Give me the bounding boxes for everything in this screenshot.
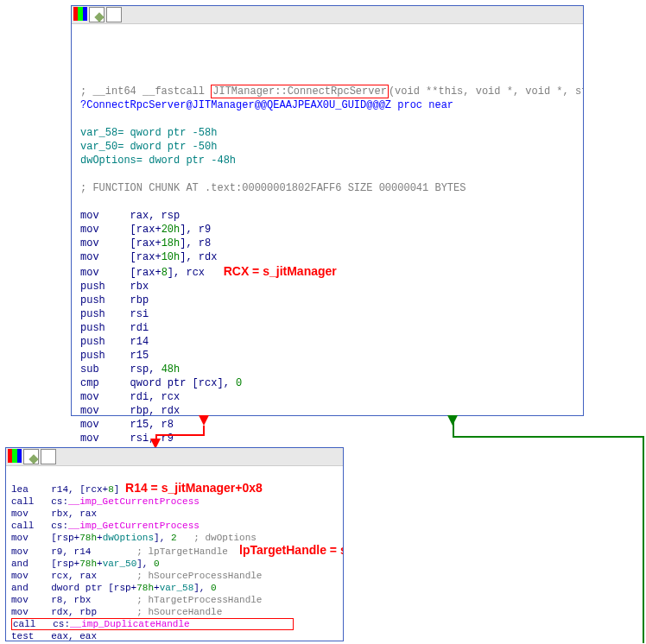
node-content: lea r14, [rcx+8] R14 = s_jitManager+0x8 … [6, 466, 343, 644]
tool-icon[interactable] [41, 449, 56, 464]
local-var: dwOptions= dword ptr -48h [80, 155, 236, 167]
asm-line: mov [rsp+78h+dwOptions], 2 ; dwOptions [11, 533, 256, 543]
edge-false [155, 434, 205, 436]
asm-line: mov [rax+8], rcx [80, 267, 205, 279]
asm-line: push rbp [80, 294, 149, 306]
node-header [6, 448, 343, 466]
asm-line: mov r9, r14 ; lpTargetHandle [11, 546, 228, 557]
asm-line: test eax, eax [11, 631, 97, 641]
annotation-target: lpTargetHandle = s_jitManager+0x8 [239, 543, 343, 557]
asm-line: mov [rax+18h], r8 [80, 237, 211, 249]
asm-line: mov rax, rsp [80, 210, 180, 222]
edit-icon[interactable] [23, 449, 39, 464]
annotation-r14: R14 = s_jitManager+0x8 [125, 481, 263, 495]
asm-line: push rbx [80, 281, 149, 293]
asm-line: push r15 [80, 350, 149, 362]
node-content: ; __int64 __fastcall JITManager::Connect… [72, 24, 583, 464]
asm-line: mov rbp, rdx [80, 405, 180, 417]
asm-line: push r14 [80, 336, 149, 348]
asm-line: mov r15, r8 [80, 419, 174, 431]
func-chunk: ; FUNCTION CHUNK AT .text:00000001802FAF… [80, 182, 466, 194]
edge-true-arrow [447, 415, 458, 429]
asm-line: mov [rax+20h], r9 [80, 224, 211, 236]
asm-line: mov rcx, rax ; hSourceProcessHandle [11, 571, 262, 581]
asm-line-boxed: call cs:__imp_DuplicateHandle [11, 618, 294, 630]
asm-line: mov rdx, rbp ; hSourceHandle [11, 607, 222, 617]
local-var: var_58= qword ptr -58h [80, 127, 217, 139]
asm-line: call cs:__imp_GetCurrentProcess [11, 521, 200, 531]
asm-line: and [rsp+78h+var_50], 0 [11, 559, 160, 569]
asm-line: cmp qword ptr [rcx], 0 [80, 377, 242, 389]
asm-line: call cs:__imp_GetCurrentProcess [11, 496, 200, 507]
asm-line: mov r8, rbx ; hTargetProcessHandle [11, 595, 262, 605]
asm-line: push rsi [80, 308, 149, 320]
node-header [72, 6, 583, 24]
edge-true [453, 436, 644, 438]
asm-line: push rdi [80, 322, 149, 334]
class-method-highlight: JITManager::ConnectRpcServer [211, 85, 389, 98]
disasm-node-2: lea r14, [rcx+8] R14 = s_jitManager+0x8 … [5, 447, 344, 641]
asm-line: lea r14, [rcx+8] [11, 484, 119, 495]
asm-line: sub rsp, 48h [80, 363, 180, 376]
proc-header: ?ConnectRpcServer@JITManager@@QEAAJPEAX0… [80, 99, 453, 111]
asm-line: mov rbx, rax [11, 508, 97, 519]
asm-line: mov rdi, rcx [80, 391, 180, 403]
local-var: var_50= dword ptr -50h [80, 141, 217, 153]
disasm-node-1: ; __int64 __fastcall JITManager::Connect… [71, 5, 584, 416]
svg-marker-0 [199, 415, 209, 426]
func-signature: ; __int64 __fastcall JITManager::Connect… [80, 85, 583, 98]
asm-line: mov [rax+10h], rdx [80, 251, 217, 263]
colors-icon[interactable] [73, 7, 87, 21]
colors-icon[interactable] [8, 449, 22, 463]
edit-icon[interactable] [89, 7, 104, 22]
edge-true [643, 436, 644, 643]
annotation-rcx: RCX = s_jitManager [224, 264, 337, 278]
svg-marker-2 [447, 415, 458, 426]
edge-false [203, 426, 205, 434]
asm-line: and dword ptr [rsp+78h+var_58], 0 [11, 583, 217, 593]
tool-icon[interactable] [106, 7, 122, 22]
